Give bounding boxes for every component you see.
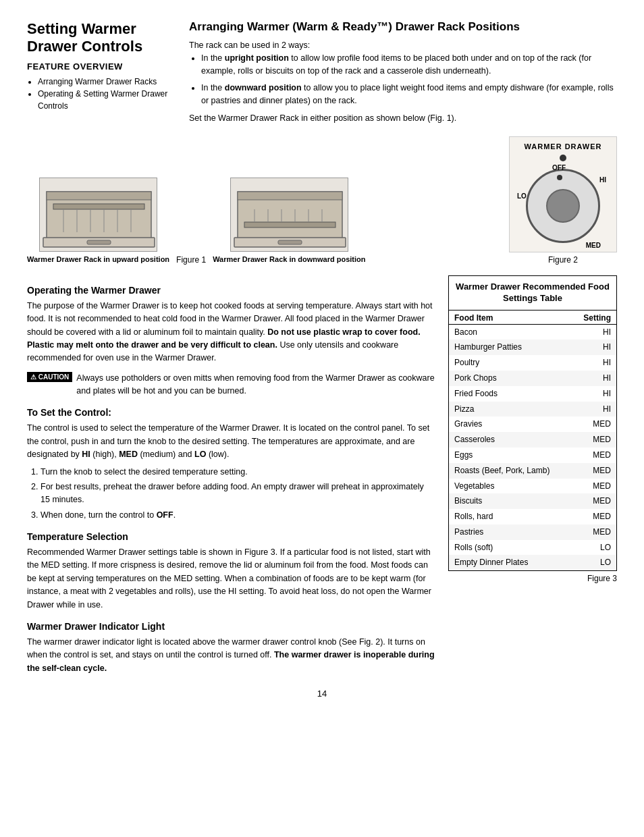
left-header-col: Setting Warmer Drawer Controls FEATURE O…	[27, 20, 169, 126]
step-1: Turn the knob to select the desired temp…	[41, 466, 435, 479]
arranging-intro: The rack can be used in 2 ways:	[189, 39, 617, 52]
food-setting: MED	[570, 434, 611, 446]
caution-text: Always use potholders or oven mitts when…	[76, 372, 435, 398]
main-right: Warmer Drawer Recommended Food Settings …	[448, 275, 617, 675]
food-item: Rolls, hard	[454, 511, 570, 522]
figure2-label: Figure 2	[548, 255, 578, 265]
figure1-label-box: Figure 1	[176, 252, 206, 265]
knob-title: Warmer Drawer	[515, 142, 611, 151]
food-setting: HI	[570, 373, 611, 384]
set-control-heading: To Set the Control:	[27, 407, 435, 418]
food-table-row: BaconHI	[449, 325, 616, 340]
caution-badge: ⚠ CAUTION	[27, 372, 72, 382]
temp-selection-heading: Temperature Selection	[27, 531, 435, 542]
food-table-row: Empty Dinner PlatesLO	[449, 555, 616, 570]
header-row: Setting Warmer Drawer Controls FEATURE O…	[27, 20, 617, 126]
food-item: Gravies	[454, 418, 570, 430]
food-item: Pastries	[454, 526, 570, 538]
lo-bold: LO	[194, 450, 206, 459]
knob-lo-label: LO	[517, 192, 527, 200]
food-table-row: PoultryHI	[449, 355, 616, 371]
food-table-row: PizzaHI	[449, 402, 616, 417]
arranging-bullets: In the upright position to allow low pro…	[189, 52, 617, 107]
figure-row: Warmer Drawer Rack in upward position Fi…	[27, 136, 617, 265]
food-item: Pork Chops	[454, 373, 570, 384]
food-setting: LO	[570, 542, 611, 554]
bullet-upright: In the upright position to allow low pro…	[201, 52, 617, 78]
knob-off-label: OFF	[552, 164, 566, 171]
caution-box: ⚠ CAUTION Always use potholders or oven …	[27, 372, 435, 398]
step-3: When done, turn the control to OFF.	[41, 509, 435, 522]
feature-list: Arranging Warmer Drawer Racks Operating …	[27, 76, 169, 112]
food-item: Empty Dinner Plates	[454, 557, 570, 568]
main-layout: Operating the Warmer Drawer The purpose …	[27, 275, 617, 675]
figure-box-upward: Warmer Drawer Rack in upward position	[27, 178, 169, 264]
bold-downward: downward position	[225, 83, 302, 92]
food-setting: MED	[570, 450, 611, 461]
food-table-row: Roasts (Beef, Pork, Lamb)MED	[449, 463, 616, 479]
indicator-light-dot	[560, 155, 566, 161]
col-setting-label: Setting	[570, 313, 611, 323]
indicator-light-body: The warmer drawer indicator light is loc…	[27, 636, 435, 675]
food-item: Casseroles	[454, 434, 570, 446]
food-setting: LO	[570, 557, 611, 568]
food-setting: MED	[570, 526, 611, 538]
food-table-row: GraviesMED	[449, 416, 616, 432]
food-setting: HI	[570, 327, 611, 338]
food-item: Rolls (soft)	[454, 542, 570, 554]
figure3-label: Figure 3	[448, 574, 617, 583]
food-item: Biscuits	[454, 495, 570, 507]
bullet-downward: In the downward position to allow you to…	[201, 82, 617, 107]
feature-list-item: Arranging Warmer Drawer Racks	[38, 76, 169, 88]
svg-rect-10	[87, 240, 111, 244]
svg-rect-13	[244, 222, 336, 227]
col-food-label: Food Item	[454, 313, 570, 323]
feature-list-item: Operating & Setting Warmer Drawer Contro…	[38, 88, 169, 112]
operating-heading: Operating the Warmer Drawer	[27, 285, 435, 296]
food-table-row: CasserolesMED	[449, 432, 616, 448]
knob-med-label: MED	[586, 242, 601, 249]
food-setting: MED	[570, 511, 611, 522]
step-2: For best results, preheat the drawer bef…	[41, 481, 435, 507]
drawer-downward-illustration	[230, 178, 348, 252]
main-left: Operating the Warmer Drawer The purpose …	[27, 275, 435, 675]
food-setting: MED	[570, 481, 611, 492]
food-item: Hamburger Patties	[454, 342, 570, 353]
knob-hi-label: HI	[599, 176, 606, 184]
food-table-header: Warmer Drawer Recommended Food Settings …	[449, 276, 616, 310]
food-table-row: Hamburger PattiesHI	[449, 340, 616, 355]
svg-rect-12	[238, 192, 342, 200]
food-item: Eggs	[454, 450, 570, 461]
food-setting: MED	[570, 418, 611, 430]
svg-rect-21	[278, 240, 302, 244]
food-setting: HI	[570, 388, 611, 400]
food-item: Vegetables	[454, 481, 570, 492]
med-bold: MED	[119, 450, 138, 459]
food-setting: HI	[570, 404, 611, 415]
page-container: Setting Warmer Drawer Controls FEATURE O…	[27, 20, 617, 699]
knob-figure-box: Warmer Drawer OFF HI MED LO Figure 2	[509, 136, 617, 265]
food-item: Bacon	[454, 327, 570, 338]
temp-selection-body: Recommended Warmer Drawer settings table…	[27, 546, 435, 612]
food-table-row: Pork ChopsHI	[449, 371, 616, 386]
set-text: Set the Warmer Drawer Rack in either pos…	[189, 112, 617, 125]
indicator-light-heading: Warmer Drawer Indicator Light	[27, 621, 435, 632]
food-table-row: PastriesMED	[449, 524, 616, 540]
drawer-upward-illustration	[39, 178, 157, 252]
food-setting: HI	[570, 357, 611, 369]
bold-upright: upright position	[225, 53, 289, 63]
page-title: Setting Warmer Drawer Controls	[27, 20, 169, 56]
food-table-row: Fried FoodsHI	[449, 386, 616, 402]
right-header-col: Arranging Warmer (Warm & Ready™) Drawer …	[189, 20, 617, 126]
knob-container: OFF HI MED LO	[522, 165, 603, 246]
food-item: Pizza	[454, 404, 570, 415]
caption-upward: Warmer Drawer Rack in upward position	[27, 254, 169, 264]
food-item: Fried Foods	[454, 388, 570, 400]
food-table-row: BiscuitsMED	[449, 493, 616, 509]
food-rows-container: BaconHIHamburger PattiesHIPoultryHIPork …	[449, 325, 616, 571]
food-table-row: VegetablesMED	[449, 479, 616, 494]
food-table-row: EggsMED	[449, 448, 616, 463]
feature-overview-label: FEATURE OVERVIEW	[27, 61, 169, 72]
set-control-steps: Turn the knob to select the desired temp…	[27, 466, 435, 522]
food-table: Warmer Drawer Recommended Food Settings …	[448, 275, 617, 572]
